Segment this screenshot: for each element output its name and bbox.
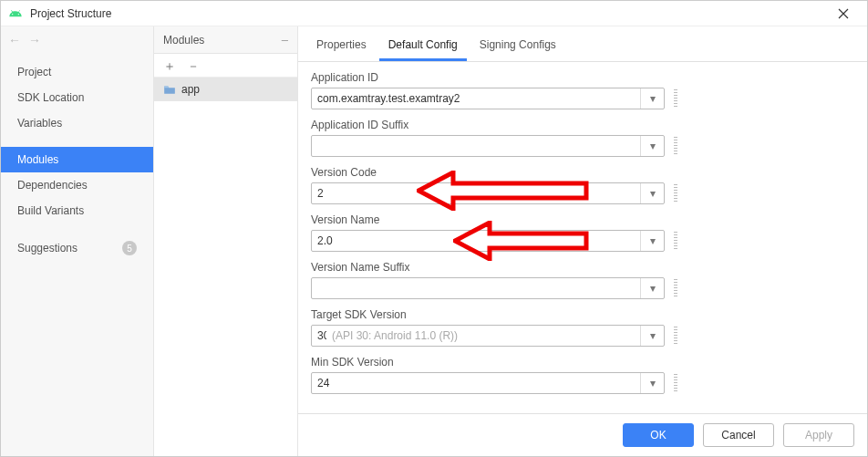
label-version-name-suffix: Version Name Suffix <box>311 261 854 274</box>
titlebar: Project Structure <box>1 1 867 26</box>
back-arrow-icon[interactable]: ← <box>8 33 21 47</box>
close-button[interactable] <box>827 2 860 26</box>
module-item-label: app <box>181 83 200 96</box>
hint-target-sdk: (API 30: Android 11.0 (R)) <box>332 329 640 342</box>
field-version-name-suffix: Version Name Suffix ▾ <box>311 261 854 299</box>
remove-module-button[interactable]: － <box>187 59 200 72</box>
sidebar-item-label: Dependencies <box>17 179 88 192</box>
tab-label: Properties <box>316 38 367 51</box>
close-icon <box>838 8 849 19</box>
forward-arrow-icon[interactable]: → <box>28 33 41 47</box>
input-version-name[interactable] <box>312 231 640 251</box>
sidebar-item-build-variants[interactable]: Build Variants <box>1 198 153 223</box>
folder-icon <box>163 84 176 95</box>
sidebar-item-suggestions[interactable]: Suggestions 5 <box>1 234 153 262</box>
project-structure-window: Project Structure ← → Project SDK Locati… <box>0 0 868 457</box>
tab-label: Signing Configs <box>480 38 556 51</box>
tab-properties[interactable]: Properties <box>307 31 376 61</box>
input-version-name-suffix[interactable] <box>312 278 640 298</box>
button-label: Apply <box>805 429 832 441</box>
modules-header-label: Modules <box>163 34 204 47</box>
tab-signing-configs[interactable]: Signing Configs <box>470 31 565 61</box>
drag-handle-icon[interactable] <box>674 327 677 345</box>
combo-target-sdk[interactable]: (API 30: Android 11.0 (R)) ▾ <box>311 325 665 347</box>
modules-header: Modules — <box>154 26 297 54</box>
caret-icon[interactable]: ▾ <box>640 373 664 393</box>
sidebar-item-variables[interactable]: Variables <box>1 110 153 136</box>
form-scroll[interactable]: Application ID ▾ Application ID Suffix <box>298 61 867 414</box>
input-application-id[interactable] <box>312 88 640 109</box>
label-version-name: Version Name <box>311 213 854 226</box>
field-application-id: Application ID ▾ <box>311 71 854 109</box>
combo-application-id[interactable]: ▾ <box>311 88 665 109</box>
apply-button[interactable]: Apply <box>783 423 854 447</box>
field-target-sdk: Target SDK Version (API 30: Android 11.0… <box>311 308 854 347</box>
input-application-id-suffix[interactable] <box>312 136 640 156</box>
tab-label: Default Config <box>388 38 458 51</box>
android-icon <box>8 6 23 21</box>
drag-handle-icon[interactable] <box>674 89 677 108</box>
field-version-name: Version Name ▾ <box>311 213 854 252</box>
caret-icon[interactable]: ▾ <box>640 326 664 346</box>
modules-toolbar: ＋ － <box>154 54 297 78</box>
input-min-sdk[interactable] <box>312 373 640 393</box>
button-label: OK <box>650 429 666 441</box>
combo-version-name-suffix[interactable]: ▾ <box>311 277 665 299</box>
label-min-sdk: Min SDK Version <box>311 356 854 369</box>
ok-button[interactable]: OK <box>623 423 694 447</box>
field-application-id-suffix: Application ID Suffix ▾ <box>311 119 854 157</box>
button-label: Cancel <box>721 429 755 441</box>
field-version-code: Version Code ▾ <box>311 166 854 204</box>
main-panel: Properties Default Config Signing Config… <box>298 26 867 456</box>
caret-icon[interactable]: ▾ <box>640 278 664 298</box>
sidebar-item-label: Variables <box>17 117 62 130</box>
combo-application-id-suffix[interactable]: ▾ <box>311 135 665 157</box>
body: ← → Project SDK Location Variables Modul… <box>1 26 867 456</box>
label-target-sdk: Target SDK Version <box>311 308 854 321</box>
add-module-button[interactable]: ＋ <box>163 59 176 72</box>
sidebar-nav: ← → <box>1 26 153 54</box>
cancel-button[interactable]: Cancel <box>703 423 774 447</box>
label-application-id: Application ID <box>311 71 854 84</box>
caret-icon[interactable]: ▾ <box>640 136 664 156</box>
label-version-code: Version Code <box>311 166 854 179</box>
sidebar: ← → Project SDK Location Variables Modul… <box>1 26 154 456</box>
suggestions-badge: 5 <box>122 241 137 255</box>
drag-handle-icon[interactable] <box>674 232 677 250</box>
input-target-sdk[interactable] <box>312 326 332 346</box>
drag-handle-icon[interactable] <box>674 374 677 392</box>
sidebar-item-project[interactable]: Project <box>1 59 153 85</box>
combo-version-code[interactable]: ▾ <box>311 182 665 204</box>
collapse-icon[interactable]: — <box>282 34 288 47</box>
combo-min-sdk[interactable]: ▾ <box>311 372 665 394</box>
field-min-sdk: Min SDK Version ▾ <box>311 356 854 394</box>
window-title: Project Structure <box>30 7 827 20</box>
drag-handle-icon[interactable] <box>674 137 677 155</box>
drag-handle-icon[interactable] <box>674 184 677 203</box>
sidebar-item-label: SDK Location <box>17 91 84 104</box>
combo-version-name[interactable]: ▾ <box>311 230 665 252</box>
sidebar-item-label: Project <box>17 66 51 78</box>
sidebar-item-label: Build Variants <box>17 204 84 217</box>
input-version-code[interactable] <box>312 183 640 203</box>
label-application-id-suffix: Application ID Suffix <box>311 119 854 131</box>
caret-icon[interactable]: ▾ <box>640 88 664 109</box>
caret-icon[interactable]: ▾ <box>640 231 664 251</box>
tab-default-config[interactable]: Default Config <box>379 31 467 61</box>
sidebar-item-modules[interactable]: Modules <box>1 147 153 172</box>
module-item-app[interactable]: app <box>154 78 297 101</box>
modules-column: Modules — ＋ － app <box>154 26 298 456</box>
caret-icon[interactable]: ▾ <box>640 183 664 203</box>
drag-handle-icon[interactable] <box>674 279 677 297</box>
sidebar-item-label: Modules <box>17 153 58 166</box>
tabs: Properties Default Config Signing Config… <box>298 26 867 61</box>
sidebar-item-dependencies[interactable]: Dependencies <box>1 172 153 198</box>
sidebar-item-label: Suggestions <box>17 242 78 254</box>
sidebar-menu: Project SDK Location Variables Modules D… <box>1 54 153 267</box>
dialog-footer: OK Cancel Apply <box>298 414 867 456</box>
sidebar-item-sdk-location[interactable]: SDK Location <box>1 85 153 110</box>
